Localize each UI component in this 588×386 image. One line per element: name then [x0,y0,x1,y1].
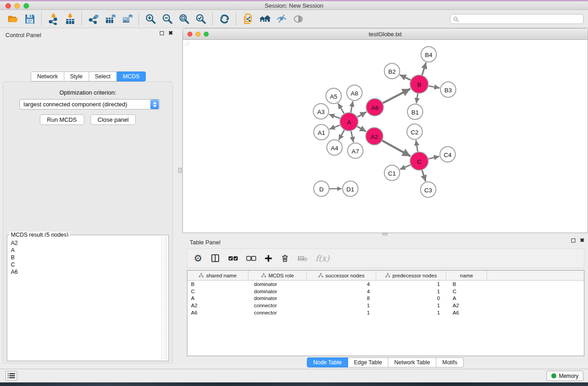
node-A3[interactable]: A3 [313,104,329,119]
result-scrollbar[interactable] [161,237,167,359]
home-button[interactable] [256,12,273,26]
tab-edge-table[interactable]: Edge Table [348,357,388,367]
edge-B-B4[interactable] [422,62,426,75]
edge-C-C2[interactable] [416,140,418,152]
edge-A2-C[interactable] [382,141,411,157]
edge-A-A3[interactable] [329,114,340,119]
node-A8[interactable]: A8 [347,85,362,100]
result-item[interactable]: C [9,261,167,268]
node-B4[interactable]: B4 [421,47,436,62]
tab-network[interactable]: Network [31,71,64,81]
tab-select[interactable]: Select [89,71,117,81]
result-item[interactable]: A6 [9,268,167,276]
edge-A-A8[interactable] [351,101,353,113]
node-B[interactable]: B [410,75,428,93]
node-C2[interactable]: C2 [407,124,422,139]
node-B3[interactable]: B3 [440,82,456,97]
edge-B-B2[interactable] [400,75,411,80]
edge-A-A1[interactable] [330,125,340,129]
add-column-button[interactable] [264,254,272,262]
close-panel-button[interactable]: Close panel [91,114,136,125]
task-history-button[interactable] [5,371,17,381]
zoom-out-button[interactable] [159,12,176,26]
function-builder-button[interactable]: f(x) [316,253,330,263]
column-header-MCDS-role[interactable]: MCDS role [249,271,307,280]
delete-table-button[interactable] [297,255,307,262]
select-all-button[interactable] [228,256,238,261]
show-columns-button[interactable] [210,253,220,263]
node-table[interactable]: shared nameMCDS rolesuccessor nodesprede… [187,270,584,356]
node-C1[interactable]: C1 [384,165,400,181]
edge-A6-B[interactable] [383,89,411,103]
zoom-in-button[interactable] [142,12,159,26]
column-header-name[interactable]: name [446,271,487,280]
search-box[interactable] [450,14,583,24]
node-C4[interactable]: C4 [440,147,455,162]
network-minimize-button[interactable] [196,32,201,37]
node-A5[interactable]: A5 [326,88,341,104]
delete-column-button[interactable] [281,254,289,262]
tab-motifs[interactable]: Motifs [436,357,464,367]
edge-C-C4[interactable] [428,156,439,159]
float-panel-icon[interactable] [571,238,575,243]
node-B1[interactable]: B1 [407,104,423,119]
result-item[interactable]: A [9,247,167,254]
node-D1[interactable]: D1 [343,181,358,196]
table-row[interactable]: Adominator80A [187,295,584,302]
duplicate-network-button[interactable] [239,12,256,26]
criterion-dropdown[interactable]: largest connected component (directed) [19,99,160,110]
result-item[interactable]: A2 [9,239,167,247]
deselect-all-button[interactable] [246,256,256,261]
maximize-window-button[interactable] [24,3,29,9]
open-session-button[interactable] [5,12,21,26]
network-close-button[interactable] [187,32,192,37]
search-input[interactable] [461,15,583,23]
node-C[interactable]: C [410,152,428,170]
edge-A-A4[interactable] [339,130,344,140]
node-A2[interactable]: A2 [366,128,383,145]
edge-B-B1[interactable] [416,94,418,103]
minimize-window-button[interactable] [14,3,20,9]
tab-mcds[interactable]: MCDS [117,71,146,81]
export-image-button[interactable] [119,12,135,26]
edge-C-C3[interactable] [422,170,425,181]
column-header-shared-name[interactable]: shared name [187,271,249,280]
hide-graphics-details-button[interactable] [273,12,290,26]
show-graphics-details-button[interactable] [290,12,306,26]
resize-grip-icon[interactable] [183,40,189,46]
export-table-button[interactable] [102,12,119,26]
network-canvas[interactable]: B4B2BB3A8A5A6A3B1AA1C2A2A4A7C4CC1C3DD1 [183,40,588,233]
result-item[interactable]: B [9,254,167,261]
node-A[interactable]: A [340,113,358,131]
node-A4[interactable]: A4 [327,140,342,155]
table-row[interactable]: Cdominator41C [187,288,584,295]
network-maximize-button[interactable] [204,32,209,37]
node-B2[interactable]: B2 [384,63,400,79]
edge-A-A7[interactable] [351,131,354,143]
node-A6[interactable]: A6 [366,99,383,116]
edge-C-C1[interactable] [400,165,410,169]
column-header-successor-nodes[interactable]: successor nodes [307,271,376,280]
node-A1[interactable]: A1 [314,124,329,140]
table-row[interactable]: Bdominator41B [187,281,584,288]
tab-node-table[interactable]: Node Table [307,357,348,367]
save-session-button[interactable] [21,12,38,26]
edge-A-A6[interactable] [357,112,366,117]
node-D[interactable]: D [314,181,329,196]
table-row[interactable]: A6connector11A6 [187,309,584,316]
memory-button[interactable]: Memory [546,371,583,381]
float-panel-icon[interactable] [160,31,164,35]
close-panel-icon[interactable]: ✖ [580,238,584,243]
table-settings-button[interactable]: ⚙ [194,253,202,263]
edge-B-B3[interactable] [429,86,440,88]
tab-network-table[interactable]: Network Table [388,357,436,367]
column-header-predecessor-nodes[interactable]: predecessor nodes [376,271,446,280]
close-panel-icon[interactable]: ✖ [168,31,173,35]
zoom-fit-button[interactable] [176,12,192,26]
edge-A-A2[interactable] [357,126,366,131]
import-network-button[interactable] [45,12,62,26]
export-network-button[interactable] [85,12,102,26]
node-A7[interactable]: A7 [348,143,363,158]
run-mcds-button[interactable]: Run MCDS [40,114,84,125]
close-window-button[interactable] [5,3,11,9]
